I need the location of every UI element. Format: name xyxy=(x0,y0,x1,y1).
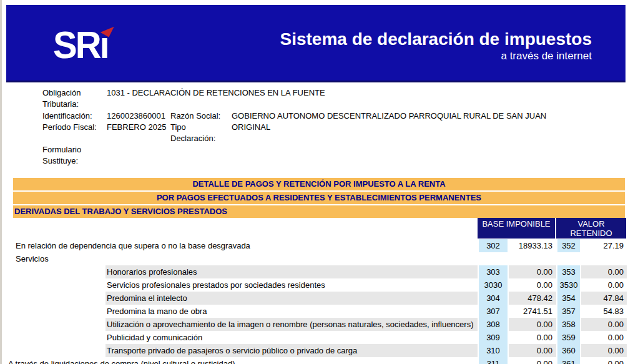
app-subtitle: a través de internet xyxy=(280,50,592,62)
table-row: Utilización o aprovechamiento de la imag… xyxy=(2,318,628,331)
row-label: Publicidad y comunicación xyxy=(107,331,202,344)
formulario-sustituye-label-line1: Formulario xyxy=(42,145,81,155)
sri-logo-text-i: ı xyxy=(100,23,108,66)
section-bar-derivadas-trabajo: DERIVADAS DEL TRABAJO Y SERVICIOS PRESTA… xyxy=(13,205,625,218)
row-code-retenido: 358 xyxy=(556,318,581,331)
row-value-retenido: 0.00 xyxy=(581,318,625,331)
identificacion-value: 1260023860001 xyxy=(107,111,165,121)
row-value-retenido: 27.19 xyxy=(581,239,625,252)
app-title: Sistema de declaración de impuestos xyxy=(280,30,592,49)
row-code-retenido: 3530 xyxy=(556,278,581,292)
row-code-base: 310 xyxy=(478,344,509,357)
razon-social-value: GOBIERNO AUTONOMO DESCENTRALIZADO PARROQ… xyxy=(232,111,546,121)
row-code-retenido: 354 xyxy=(556,292,581,305)
periodo-fiscal-label: Período Fiscal: xyxy=(42,122,97,132)
row-code-retenido: 352 xyxy=(556,239,581,252)
row-value-base: 2741.51 xyxy=(509,305,554,318)
row-code-base: 307 xyxy=(478,305,509,318)
tipo-declaracion-label-line1: Tipo xyxy=(170,122,186,132)
row-label: Honorarios profesionales xyxy=(107,265,197,278)
row-label: A través de liquidaciones de compra (niv… xyxy=(8,357,235,364)
row-code-retenido: 361 xyxy=(556,357,581,364)
row-value-base: 0.00 xyxy=(509,265,554,278)
row-code-base: 308 xyxy=(478,318,509,331)
row-code-retenido: 359 xyxy=(556,331,581,344)
row-value-retenido: 0.00 xyxy=(581,331,625,344)
row-value-retenido: 0.00 xyxy=(581,265,625,278)
row-label: Servicios profesionales prestados por so… xyxy=(107,278,325,292)
razon-social-label: Razón Social: xyxy=(170,111,220,121)
sri-logo: SRı xyxy=(53,22,108,66)
table-row: Publicidad y comunicación 309 0.00 359 0… xyxy=(2,331,628,344)
row-code-base: 311 xyxy=(478,357,509,364)
periodo-fiscal-value: FEBRERO 2025 xyxy=(107,122,166,132)
table-row: Honorarios profesionales 303 0.00 353 0.… xyxy=(2,265,628,278)
obligacion-label-line2: Tributaria: xyxy=(42,99,79,109)
table-row: Predomina la mano de obra 307 2741.51 35… xyxy=(2,305,628,318)
row-value-base: 0.00 xyxy=(509,357,554,364)
section-bar-detalle-pagos: DETALLE DE PAGOS Y RETENCIÓN POR IMPUEST… xyxy=(13,178,625,190)
table-row: En relación de dependencia que supera o … xyxy=(2,239,628,252)
table-row: Servicios xyxy=(2,252,628,265)
row-code-base: 302 xyxy=(478,239,509,252)
row-code-base: 3030 xyxy=(478,278,509,292)
row-value-base: 0.00 xyxy=(509,278,554,292)
row-code-retenido: 360 xyxy=(556,344,581,357)
table-row: A través de liquidaciones de compra (niv… xyxy=(2,357,628,364)
row-code-retenido: 357 xyxy=(556,305,581,318)
section-bar-pagos-residentes: POR PAGOS EFECTUADOS A RESIDENTES Y ESTA… xyxy=(13,192,625,204)
row-label: Servicios xyxy=(16,252,49,265)
table-row: Predomina el intelecto 304 478.42 354 47… xyxy=(2,292,628,305)
tipo-declaracion-label-line2: Declaración: xyxy=(170,134,215,144)
row-value-base: 0.00 xyxy=(509,331,554,344)
row-code-base: 303 xyxy=(478,265,509,278)
row-code-base: 304 xyxy=(478,292,509,305)
column-header-valor-line1: VALOR xyxy=(556,219,626,229)
row-value-retenido: 54.83 xyxy=(581,305,625,318)
table-row: Servicios profesionales prestados por so… xyxy=(2,278,628,292)
column-header-valor-retenido: VALOR RETENIDO xyxy=(556,218,626,239)
row-value-retenido: 0.00 xyxy=(581,357,625,364)
row-code-retenido: 353 xyxy=(556,265,581,278)
row-value-retenido: 47.84 xyxy=(581,292,625,305)
formulario-sustituye-label-line2: Sustituye: xyxy=(42,156,78,166)
row-value-retenido: 0.00 xyxy=(581,278,625,292)
column-header-base-imponible-label: BASE IMPONIBLE xyxy=(482,219,550,229)
table-row: Transporte privado de pasajeros o servic… xyxy=(2,344,628,357)
row-label: Predomina el intelecto xyxy=(107,292,187,305)
row-value-base: 0.00 xyxy=(509,344,554,357)
obligacion-value: 1031 - DECLARACIÓN DE RETENCIONES EN LA … xyxy=(107,88,325,98)
obligacion-label-line1: Obligación xyxy=(42,88,81,98)
column-header-base-imponible: BASE IMPONIBLE xyxy=(478,218,555,239)
row-label: Transporte privado de pasajeros o servic… xyxy=(107,344,357,357)
row-label: Utilización o aprovechamiento de la imag… xyxy=(107,318,474,331)
row-value-base: 478.42 xyxy=(509,292,554,305)
tipo-declaracion-value: ORIGINAL xyxy=(232,122,270,132)
sri-logo-text-sr: SR xyxy=(53,23,100,66)
detail-rows: En relación de dependencia que supera o … xyxy=(2,239,628,364)
row-label: En relación de dependencia que supera o … xyxy=(16,239,250,252)
row-label: Predomina la mano de obra xyxy=(107,305,207,318)
row-value-retenido: 0.00 xyxy=(581,344,625,357)
row-value-base: 0.00 xyxy=(509,318,554,331)
identificacion-label: Identificación: xyxy=(42,111,92,121)
column-header-valor-line2: RETENIDO xyxy=(556,229,626,238)
row-value-base: 18933.13 xyxy=(509,239,554,252)
app-header-banner: SRı Sistema de declaración de impuestos … xyxy=(6,5,626,82)
row-code-base: 309 xyxy=(478,331,509,344)
